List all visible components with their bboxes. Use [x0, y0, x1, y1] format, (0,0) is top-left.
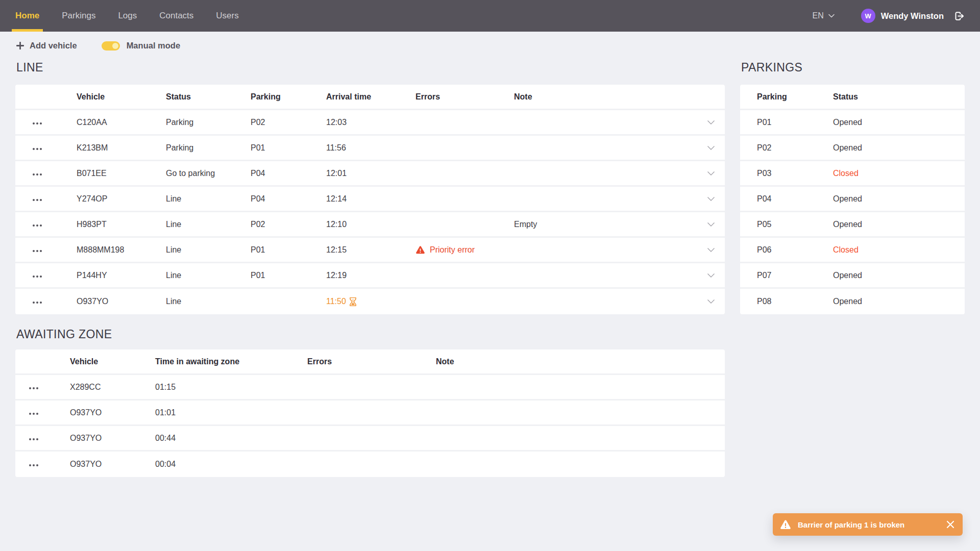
row-expand-button[interactable]	[697, 247, 725, 253]
row-menu-button[interactable]	[31, 272, 44, 281]
row-expand-button[interactable]	[697, 120, 725, 125]
hourglass-icon	[350, 297, 356, 306]
vehicle-cell: Y274OP	[77, 194, 166, 204]
status-cell: Parking	[166, 143, 251, 153]
status-cell: Line	[166, 297, 251, 306]
row-menu-button[interactable]	[31, 119, 44, 128]
top-navbar: Home Parkings Logs Contacts Users EN W W…	[0, 0, 980, 32]
logout-button[interactable]	[954, 11, 965, 21]
add-vehicle-button[interactable]: Add vehicle	[16, 41, 77, 51]
status-cell: Line	[166, 220, 251, 229]
parking-cell: P01	[251, 245, 326, 255]
table-row: P04 Opened	[740, 187, 965, 212]
parkings-table-header: Parking Status	[740, 85, 965, 110]
nav-tab-contacts[interactable]: Contacts	[159, 0, 193, 32]
row-expand-button[interactable]	[697, 171, 725, 176]
toast-notification: Barrier of parking 1 is broken	[773, 513, 963, 536]
status-cell: Parking	[166, 118, 251, 127]
chevron-down-icon	[707, 273, 715, 278]
row-expand-button[interactable]	[697, 145, 725, 151]
main-content: LINE Vehicle Status Parking Arrival time…	[0, 57, 980, 477]
plus-icon	[16, 42, 24, 49]
parking-id-cell: P04	[740, 194, 833, 204]
parking-id-cell: P02	[740, 143, 833, 153]
status-cell: Go to parking	[166, 169, 251, 178]
table-row: O937YO 01:01	[15, 400, 725, 426]
toolbar: Add vehicle Manual mode	[0, 32, 980, 57]
row-menu-button[interactable]	[31, 196, 44, 204]
nav-tab-parkings[interactable]: Parkings	[62, 0, 95, 32]
row-menu-button[interactable]	[27, 461, 40, 469]
close-icon[interactable]	[946, 520, 954, 529]
col-parking: Parking	[740, 92, 833, 102]
parking-cell: P04	[251, 169, 326, 178]
nav-tab-logs[interactable]: Logs	[118, 0, 137, 32]
toast-message: Barrier of parking 1 is broken	[798, 520, 904, 529]
row-expand-button[interactable]	[697, 299, 725, 304]
table-row: P05 Opened	[740, 212, 965, 238]
parking-status-cell: Opened	[833, 118, 965, 127]
col-status: Status	[833, 92, 965, 102]
arrival-cell: 12:10	[326, 220, 415, 229]
chevron-down-icon	[707, 196, 715, 202]
parking-id-cell: P01	[740, 118, 833, 127]
nav-tab-home[interactable]: Home	[15, 0, 39, 32]
col-status: Status	[166, 92, 251, 102]
parking-id-cell: P03	[740, 169, 833, 178]
row-menu-button[interactable]	[31, 298, 44, 307]
manual-mode-toggle[interactable]	[102, 41, 120, 51]
vehicle-cell: O937YO	[70, 408, 155, 417]
parking-status-cell: Opened	[833, 297, 965, 306]
row-menu-button[interactable]	[27, 384, 40, 392]
arrival-cell: 11:56	[326, 143, 415, 153]
awaiting-table-header: Vehicle Time in awaiting zone Errors Not…	[15, 349, 725, 375]
row-expand-button[interactable]	[697, 222, 725, 227]
chevron-down-icon	[707, 171, 715, 176]
row-expand-button[interactable]	[697, 273, 725, 278]
nav-tab-users[interactable]: Users	[216, 0, 238, 32]
logout-icon	[954, 11, 965, 21]
row-menu-button[interactable]	[31, 221, 44, 230]
table-row: C120AA Parking P02 12:03	[15, 110, 725, 136]
user-menu[interactable]: W Wendy Winston	[861, 9, 954, 23]
vehicle-cell: O937YO	[70, 460, 155, 469]
table-row: Y274OP Line P04 12:14	[15, 187, 725, 212]
main-nav: Home Parkings Logs Contacts Users	[15, 0, 261, 32]
table-row: P02 Opened	[740, 136, 965, 161]
vehicle-cell: K213BM	[77, 143, 166, 153]
row-menu-button[interactable]	[31, 170, 44, 179]
parking-id-cell: P05	[740, 220, 833, 229]
table-row: P06 Closed	[740, 238, 965, 263]
arrival-cell-overdue: 11:50	[326, 297, 415, 306]
navbar-right: EN W Wendy Winston	[812, 9, 965, 23]
row-expand-button[interactable]	[697, 196, 725, 202]
language-label: EN	[812, 11, 823, 20]
awaiting-section-title: AWAITING ZONE	[16, 328, 725, 341]
language-dropdown[interactable]: EN	[812, 11, 834, 20]
parking-status-cell: Opened	[833, 271, 965, 280]
table-row: O937YO 00:04	[15, 452, 725, 477]
row-menu-button[interactable]	[31, 145, 44, 153]
user-name: Wendy Winston	[881, 11, 944, 21]
row-menu-button[interactable]	[31, 247, 44, 255]
manual-mode-label: Manual mode	[127, 41, 180, 51]
row-menu-button[interactable]	[27, 410, 40, 418]
arrival-cell: 12:19	[326, 271, 415, 280]
status-cell: Line	[166, 194, 251, 204]
row-menu-button[interactable]	[27, 435, 40, 443]
table-row: K213BM Parking P01 11:56	[15, 136, 725, 161]
table-row: P07 Opened	[740, 263, 965, 289]
col-errors: Errors	[415, 92, 514, 102]
parkings-table: Parking Status P01 Opened P02 Opened P03…	[740, 85, 965, 314]
parking-status-cell: Opened	[833, 143, 965, 153]
vehicle-cell: O937YO	[70, 434, 155, 443]
table-row: M888MM198 Line P01 12:15 Priority error	[15, 238, 725, 263]
table-row: X289CC 01:15	[15, 375, 725, 400]
vehicle-cell: P144HY	[77, 271, 166, 280]
col-errors: Errors	[307, 357, 436, 366]
line-section-title: LINE	[16, 61, 725, 74]
note-cell: Empty	[514, 220, 697, 229]
table-row: P144HY Line P01 12:19	[15, 263, 725, 289]
chevron-down-icon	[707, 145, 715, 151]
parking-cell: P02	[251, 220, 326, 229]
